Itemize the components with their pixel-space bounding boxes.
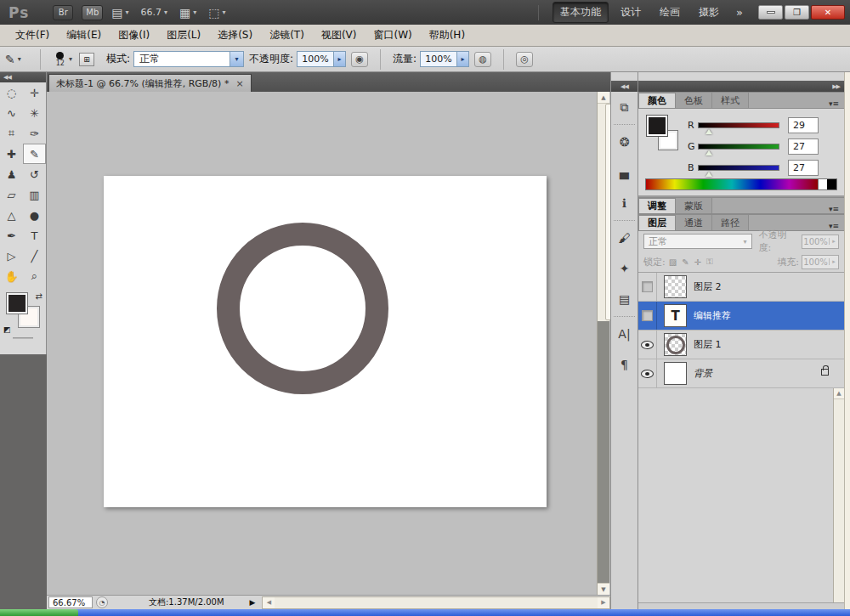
tablet-pressure-opacity-button[interactable]: ◉ [351,52,368,67]
move-tool[interactable]: ✛ [23,82,46,103]
toggle-brush-panel-button[interactable]: ⊞ [79,53,94,66]
layer-row-text-selected[interactable]: T 编辑推荐 [638,302,844,331]
status-zoom-field[interactable]: 66.67% [48,596,93,608]
layer-name[interactable]: 背景 [694,367,712,380]
menu-select[interactable]: 选择(S) [209,25,261,46]
foreground-color-swatch[interactable] [647,116,667,136]
workspace-essentials-button[interactable]: 基本功能 [552,2,609,23]
tab-swatches[interactable]: 色板 [676,93,712,108]
black-swatch[interactable] [827,179,836,189]
workspace-painting-button[interactable]: 绘画 [653,3,687,22]
start-button-edge[interactable] [0,609,78,616]
layer-thumbnail[interactable] [664,333,687,356]
vertical-scrollbar[interactable]: ▲ ▼ [597,92,609,595]
dock-expand-button[interactable]: ◀◀ [611,81,638,92]
navigator-panel-icon[interactable]: ❂ [611,127,638,157]
spinner-icon[interactable]: ▸ [456,52,468,66]
scrollbar-track[interactable] [598,321,609,583]
spinner-icon[interactable]: ▸ [333,52,345,66]
panel-menu-icon[interactable]: ▾≡ [829,205,844,213]
mini-bridge-button[interactable]: Mb [82,5,103,20]
windows-taskbar[interactable] [0,609,850,616]
tab-color[interactable]: 颜色 [638,93,676,108]
minimize-button[interactable] [758,5,783,20]
default-colors-icon[interactable]: ◩ [3,325,11,334]
history-brush-tool[interactable]: ↺ [23,164,46,184]
spot-healing-brush-tool[interactable]: ✚ [0,144,23,164]
menu-layer[interactable]: 图层(L) [158,25,209,46]
brush-presets-panel-icon[interactable]: ✦ [611,253,638,284]
dock-collapse-button[interactable]: ▶▶ [638,81,844,92]
paragraph-panel-icon[interactable]: ¶ [611,349,638,380]
gradient-tool[interactable]: ▥ [23,184,46,205]
visibility-toggle[interactable] [638,331,657,359]
brush-panel-icon[interactable]: 🖌 [611,223,638,253]
menu-edit[interactable]: 编辑(E) [58,25,110,46]
workspace-design-button[interactable]: 设计 [614,3,648,22]
blend-mode-select[interactable]: 正常 ▾ [133,51,244,67]
lock-all-icon[interactable]: ⚿ [706,257,713,267]
layer-blend-mode-select[interactable]: 正常 ▾ [643,234,752,249]
menu-filter[interactable]: 滤镜(T) [261,25,313,46]
close-tab-icon[interactable]: × [235,78,243,89]
view-extras-button[interactable]: ▤ ▾ [111,6,128,20]
eyedropper-tool[interactable]: ✑ [23,123,46,144]
visibility-toggle[interactable] [638,273,657,301]
tool-preset-picker[interactable]: ✎ ▾ [5,53,21,66]
menu-file[interactable]: 文件(F) [7,25,58,46]
blue-slider[interactable] [698,165,779,171]
clone-source-panel-icon[interactable]: ▤ [611,284,638,314]
color-spectrum-ramp[interactable] [645,178,837,190]
red-slider[interactable] [698,122,779,128]
layer-name[interactable]: 编辑推荐 [694,309,731,322]
layers-scrollbar[interactable]: ▲ [833,388,844,602]
menu-window[interactable]: 窗口(W) [365,25,420,46]
tab-adjustments[interactable]: 调整 [638,198,676,213]
scroll-right-icon[interactable]: ▶ [598,597,609,608]
layer-name[interactable]: 图层 2 [694,280,722,293]
layer-thumbnail[interactable] [664,275,687,298]
lock-pixels-icon[interactable]: ✎ [682,257,688,267]
info-panel-icon[interactable]: ℹ [611,188,638,218]
pen-tool[interactable]: ✒ [0,225,23,246]
canvas-area[interactable]: ▲ ▼ [47,92,610,595]
panel-menu-icon[interactable]: ▾≡ [829,222,844,230]
brush-preset-picker[interactable]: 12 [56,52,65,67]
sharpen-tool[interactable]: △ [0,205,23,225]
green-slider[interactable] [698,144,779,150]
elliptical-marquee-tool[interactable]: ◌ [0,82,23,103]
hand-tool[interactable]: ✋ [0,266,23,286]
arrange-documents-button[interactable]: ▦ ▾ [179,6,196,20]
scroll-down-icon[interactable]: ▼ [598,583,609,595]
character-panel-icon[interactable]: A| [611,319,638,349]
tab-paths[interactable]: 路径 [712,215,749,230]
flow-field[interactable]: 100% ▸ [420,51,469,67]
scroll-up-icon[interactable]: ▲ [834,388,844,399]
visibility-toggle[interactable] [638,302,657,330]
zoom-level-button[interactable]: 66.7 ▾ [141,7,168,18]
lock-transparency-icon[interactable]: ▨ [669,257,677,267]
histogram-panel-icon[interactable]: ▄ [611,157,638,188]
workspace-photography-button[interactable]: 摄影 [692,3,726,22]
panel-menu-icon[interactable]: ▾≡ [829,99,844,108]
opacity-field[interactable]: 100% ▸ [297,51,346,67]
layer-row-layer1[interactable]: 图层 1 [638,331,844,359]
crop-tool[interactable]: ⌗ [0,123,23,144]
slider-thumb[interactable] [706,129,712,134]
clone-stamp-tool[interactable]: ♟ [0,164,23,184]
magic-wand-tool[interactable]: ✳ [23,103,46,123]
spectrum-gradient[interactable] [646,179,818,189]
text-layer-thumbnail[interactable]: T [664,304,687,327]
path-selection-tool[interactable]: ▷ [0,246,23,266]
visibility-toggle[interactable] [638,359,657,387]
zoom-tool[interactable]: ⌕ [23,266,46,286]
menu-image[interactable]: 图像(I) [110,25,158,46]
tools-collapse-button[interactable]: ◀◀ [0,72,46,82]
document-canvas[interactable] [104,176,547,507]
scroll-up-icon[interactable]: ▲ [598,92,609,104]
document-tab[interactable]: 未标题-1 @ 66.7% (编辑推荐, RGB/8) * × [48,74,252,92]
airbrush-button[interactable]: ◍ [474,52,491,67]
lasso-tool[interactable]: ∿ [0,103,23,123]
restore-button[interactable]: ❐ [785,5,809,20]
type-tool[interactable]: T [23,225,46,246]
